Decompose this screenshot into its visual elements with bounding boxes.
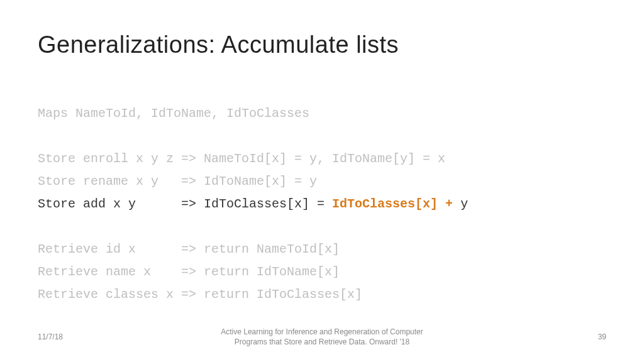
footer-date: 11/7/18 bbox=[38, 332, 88, 341]
footer: 11/7/18 Active Learning for Inference an… bbox=[0, 327, 644, 347]
code-store-rename: Store rename x y => IdToName[x] = y bbox=[38, 174, 317, 189]
footer-page-number: 39 bbox=[556, 332, 606, 341]
footer-center: Active Learning for Inference and Regene… bbox=[88, 327, 556, 347]
code-block: Maps NameToId, IdToName, IdToClasses Sto… bbox=[38, 80, 606, 306]
slide: Generalizations: Accumulate lists Maps N… bbox=[0, 0, 644, 362]
code-retrieve-classes: Retrieve classes x => return IdToClasses… bbox=[38, 287, 362, 302]
code-store-add-tail: y bbox=[460, 197, 468, 211]
slide-title: Generalizations: Accumulate lists bbox=[38, 31, 606, 58]
footer-center-line2: Programs that Store and Retrieve Data. O… bbox=[88, 337, 556, 347]
footer-center-line1: Active Learning for Inference and Regene… bbox=[88, 327, 556, 337]
code-store-add-highlight: IdToClasses[x] + bbox=[332, 197, 460, 211]
code-retrieve-name: Retrieve name x => return IdToName[x] bbox=[38, 265, 340, 279]
code-store-add-left: Store add x y => IdToClasses[x] = bbox=[38, 197, 332, 211]
code-maps: Maps NameToId, IdToName, IdToClasses bbox=[38, 106, 309, 121]
code-retrieve-id: Retrieve id x => return NameToId[x] bbox=[38, 242, 340, 256]
code-store-enroll: Store enroll x y z => NameToId[x] = y, I… bbox=[38, 151, 445, 166]
